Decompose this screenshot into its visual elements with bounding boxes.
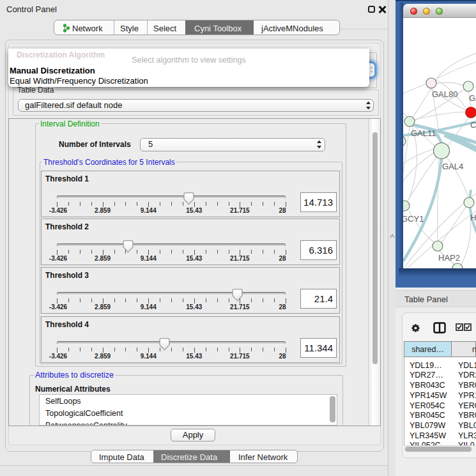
svg-text:HA: HA xyxy=(470,213,476,222)
svg-text:GAL11: GAL11 xyxy=(411,128,436,138)
svg-text:CY: CY xyxy=(470,120,476,130)
svg-text:HAP2: HAP2 xyxy=(438,253,460,263)
svg-text:GAL80: GAL80 xyxy=(432,89,457,99)
svg-text:GAL4: GAL4 xyxy=(442,162,463,171)
svg-text:GAL: GAL xyxy=(469,93,476,103)
svg-text:GCY1: GCY1 xyxy=(403,214,424,224)
